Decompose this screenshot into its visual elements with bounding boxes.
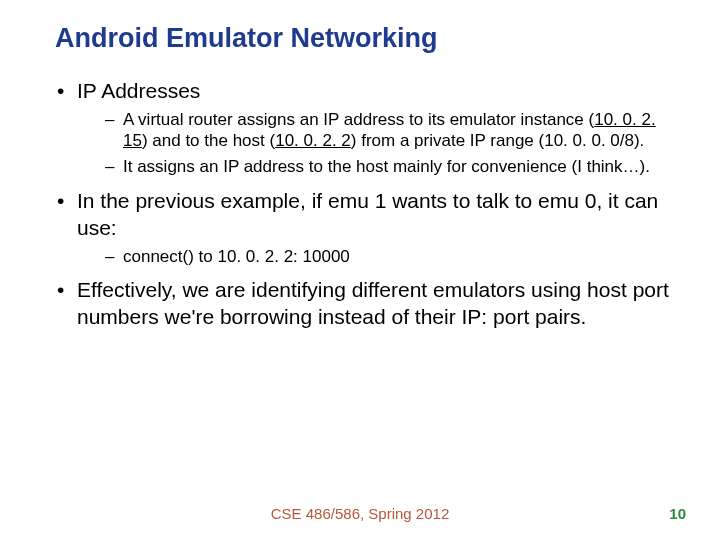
slide-title: Android Emulator Networking xyxy=(55,22,670,56)
page-number: 10 xyxy=(669,505,686,522)
bullet-text: In the previous example, if emu 1 wants … xyxy=(77,189,658,239)
bullet-ip-addresses: IP Addresses A virtual router assigns an… xyxy=(55,78,670,178)
ip-host: 10. 0. 2. 2 xyxy=(275,131,351,150)
text-part: connect() to 10. 0. 2. 2: 10000 xyxy=(123,247,350,266)
bullet-effectively: Effectively, we are identifying differen… xyxy=(55,277,670,331)
bullet-text: Effectively, we are identifying differen… xyxy=(77,278,669,328)
sub-bullet-router: A virtual router assigns an IP address t… xyxy=(105,109,670,153)
text-part: A virtual router assigns an IP address t… xyxy=(123,110,594,129)
bullet-previous-example: In the previous example, if emu 1 wants … xyxy=(55,188,670,268)
bullet-text: IP Addresses xyxy=(77,79,200,102)
slide: Android Emulator Networking IP Addresses… xyxy=(0,0,720,540)
sub-list: connect() to 10. 0. 2. 2: 10000 xyxy=(77,246,670,268)
text-part: ) and to the host ( xyxy=(142,131,275,150)
sub-bullet-connect: connect() to 10. 0. 2. 2: 10000 xyxy=(105,246,670,268)
text-part: It assigns an IP address to the host mai… xyxy=(123,157,650,176)
bullet-list: IP Addresses A virtual router assigns an… xyxy=(55,78,670,331)
sub-list: A virtual router assigns an IP address t… xyxy=(77,109,670,178)
text-part: ) from a private IP range (10. 0. 0. 0/8… xyxy=(351,131,645,150)
sub-bullet-convenience: It assigns an IP address to the host mai… xyxy=(105,156,670,178)
footer-course: CSE 486/586, Spring 2012 xyxy=(0,505,720,522)
